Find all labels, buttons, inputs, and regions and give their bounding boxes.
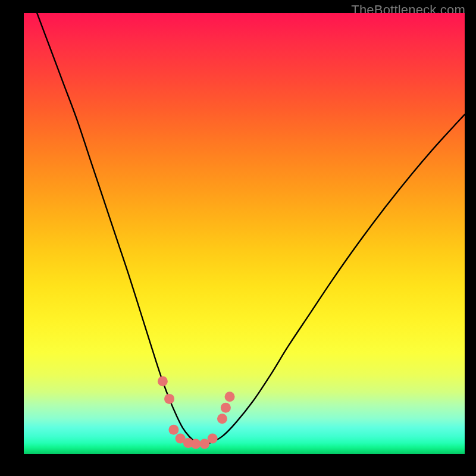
curve-marker bbox=[190, 439, 201, 449]
bottleneck-curve bbox=[37, 13, 465, 444]
curve-marker bbox=[217, 414, 227, 424]
curve-markers bbox=[158, 376, 235, 449]
curve-marker bbox=[208, 434, 218, 444]
curve-marker bbox=[221, 403, 231, 413]
curve-layer bbox=[24, 13, 465, 454]
curve-marker bbox=[158, 376, 168, 386]
curve-marker bbox=[164, 394, 174, 404]
chart-frame: TheBottleneck.com bbox=[0, 0, 476, 476]
curve-marker bbox=[168, 425, 178, 435]
curve-marker bbox=[225, 392, 235, 402]
plot-area bbox=[24, 13, 465, 454]
